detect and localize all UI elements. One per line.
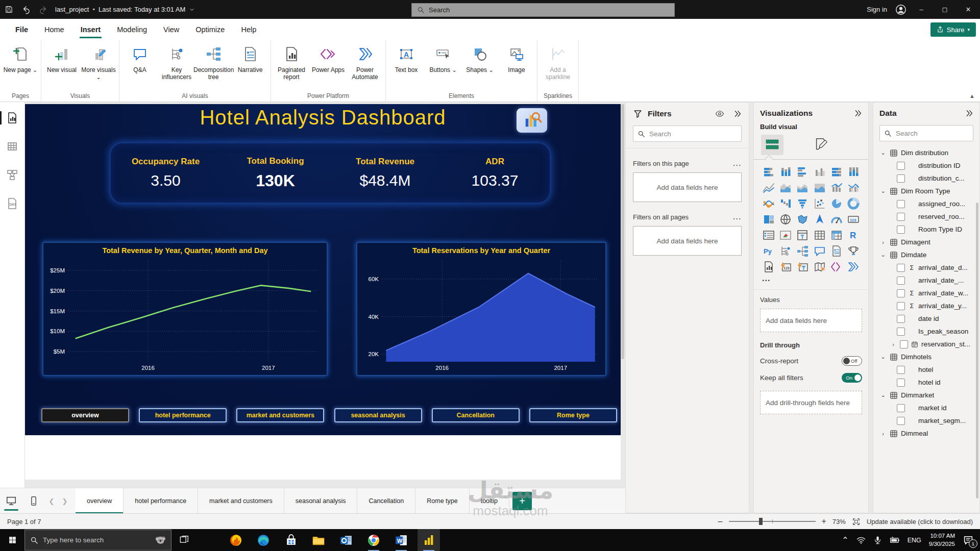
paginated-report-button[interactable]: Paginated report xyxy=(273,42,310,87)
chevron-down-icon[interactable]: ⌄ xyxy=(879,188,887,194)
pct-stacked-bar-chart-icon[interactable] xyxy=(830,166,843,178)
field-checkbox[interactable] xyxy=(897,328,905,336)
keep-all-filters-toggle[interactable]: On xyxy=(842,373,862,383)
quick-measure-filter-icon[interactable] xyxy=(796,261,809,273)
chevron-down-icon[interactable]: ⌄ xyxy=(879,149,887,156)
filter-dropzone[interactable]: Add data fields here xyxy=(633,226,742,256)
data-search-input[interactable]: Search xyxy=(879,125,973,141)
chevron-down-icon[interactable]: ⌄ xyxy=(879,354,887,360)
dax-query-view-button[interactable]: DAX xyxy=(0,195,25,212)
field-row-arrival-date-w-[interactable]: Σarrival_date_w... xyxy=(879,287,973,299)
power-apps-icon[interactable] xyxy=(830,261,843,273)
battery-icon[interactable] xyxy=(890,535,900,545)
kpi-card[interactable]: Occupancy Rate3.50 xyxy=(111,157,220,189)
new-page-button[interactable]: New page ⌄ xyxy=(2,42,39,87)
tray-chevron-up-icon[interactable]: ⌃ xyxy=(842,535,848,545)
field-row-room-type-id[interactable]: Room Type ID xyxy=(879,223,973,236)
page-tab-market-and-customers[interactable]: market and customers xyxy=(198,488,284,514)
field-checkbox[interactable] xyxy=(900,340,908,348)
reservations-area-chart[interactable]: Total Reservations by Year and Quarter 6… xyxy=(356,242,606,376)
field-checkbox[interactable] xyxy=(897,226,905,234)
more-visual-types[interactable]: ... xyxy=(762,274,862,283)
field-checkbox[interactable] xyxy=(897,277,905,285)
field-checkbox[interactable] xyxy=(897,302,905,310)
kpi-card[interactable]: Total Revenue$48.4M xyxy=(330,157,440,189)
field-row-hotel[interactable]: hotel xyxy=(879,363,973,376)
page-tab-rome-type[interactable]: Rome type xyxy=(415,488,469,514)
table-row-dimagent[interactable]: ›Dimagent xyxy=(879,236,973,248)
buttons-button[interactable]: Buttons ⌄ xyxy=(425,42,461,87)
next-page-arrow[interactable]: ❯ xyxy=(58,488,71,514)
power-apps-button[interactable]: Power Apps xyxy=(310,42,347,87)
clock[interactable]: 10:07 AM 9/30/2025 xyxy=(929,532,955,548)
r-script-icon[interactable]: R xyxy=(847,229,860,241)
page-tab-seasonal-analysis[interactable]: seasonal analysis xyxy=(284,488,358,514)
collapse-ribbon-icon[interactable]: ▲ xyxy=(969,93,975,99)
task-view-icon[interactable] xyxy=(172,529,196,551)
collapse-pane-icon[interactable] xyxy=(733,110,742,118)
edge-taskbar-icon[interactable] xyxy=(252,529,275,551)
project-title[interactable]: last_project • Last saved: Today at 3:01… xyxy=(55,6,195,13)
field-row-is-peak-season[interactable]: Is_peak_season xyxy=(879,325,973,338)
paginated-report-icon[interactable] xyxy=(762,261,775,273)
page-tab-cancellation[interactable]: Cancellation xyxy=(357,488,415,514)
filled-map-icon[interactable] xyxy=(796,213,809,226)
eye-icon[interactable] xyxy=(715,109,724,118)
power-automate-icon[interactable] xyxy=(847,261,860,273)
zoom-in-button[interactable]: + xyxy=(822,517,826,526)
pie-chart-icon[interactable] xyxy=(830,197,843,210)
pct-stacked-area-chart-icon[interactable] xyxy=(813,182,826,194)
desktop-view-button[interactable] xyxy=(0,488,22,514)
funnel-chart-icon[interactable] xyxy=(796,197,809,210)
slicer-icon[interactable] xyxy=(796,229,809,241)
pct-stacked-column-chart-icon[interactable] xyxy=(847,166,860,178)
chevron-right-icon[interactable]: › xyxy=(890,341,897,347)
search-highlight-koala-image[interactable]: 🐨 xyxy=(155,535,166,545)
power-automate-button[interactable]: Power Automate xyxy=(347,42,383,87)
explorer-taskbar-icon[interactable] xyxy=(307,529,330,551)
kpi-icon[interactable] xyxy=(779,229,792,241)
field-row-hotel-id[interactable]: hotel id xyxy=(879,376,973,389)
page-tab-overview[interactable]: overview xyxy=(76,488,124,514)
kpi-card-band[interactable]: Occupancy Rate3.50Total Booking130KTotal… xyxy=(109,142,551,204)
key-influencers-icon[interactable] xyxy=(779,245,792,257)
chevron-right-icon[interactable]: › xyxy=(879,431,887,437)
stacked-column-chart-icon[interactable] xyxy=(779,166,792,178)
zoom-slider[interactable] xyxy=(729,521,816,522)
more-options-icon[interactable]: ... xyxy=(733,213,742,221)
menu-tab-home[interactable]: Home xyxy=(36,19,72,40)
revenue-line-chart[interactable]: Total Revenue by Year, Quarter, Month an… xyxy=(42,242,328,376)
azure-map-icon[interactable] xyxy=(813,213,826,226)
text-box-button[interactable]: AText box xyxy=(388,42,425,87)
table-row-dimhotels[interactable]: ⌄Dimhotels xyxy=(879,350,973,363)
decomposition-tree-button[interactable]: Decomposition tree xyxy=(195,42,232,87)
update-available-link[interactable]: Update available (click to download) xyxy=(867,518,973,525)
data-pane-scrollbar[interactable] xyxy=(976,203,978,498)
chevron-right-icon[interactable]: › xyxy=(879,239,887,245)
more-visuals-button[interactable]: More visuals ⌄ xyxy=(80,42,117,87)
field-row-date-id[interactable]: date id xyxy=(879,312,973,325)
microphone-icon[interactable] xyxy=(873,536,882,544)
field-checkbox[interactable] xyxy=(897,264,905,272)
multirow-card-icon[interactable] xyxy=(762,229,775,241)
narrative-button[interactable]: Narrative xyxy=(232,42,268,87)
report-view-button[interactable] xyxy=(0,109,25,127)
format-visual-tab[interactable] xyxy=(810,135,832,155)
field-checkbox[interactable] xyxy=(897,200,905,208)
more-options-icon[interactable]: ... xyxy=(733,160,742,167)
new-page-tab-button[interactable]: + xyxy=(512,492,532,510)
titlebar-search-input[interactable]: Search xyxy=(411,3,675,17)
chevron-down-icon[interactable]: ⌄ xyxy=(879,252,887,258)
area-chart-icon[interactable] xyxy=(779,182,792,194)
field-row-reserved-roo-[interactable]: reserved_roo... xyxy=(879,210,973,223)
minimize-button[interactable]: – xyxy=(910,0,933,19)
zoom-out-button[interactable]: – xyxy=(718,517,723,526)
chevron-down-icon[interactable] xyxy=(189,7,195,13)
page-tab-hotel-performance[interactable]: hotel performance xyxy=(124,488,198,514)
treemap-icon[interactable] xyxy=(762,213,775,226)
filter-dropzone[interactable]: Add data fields here xyxy=(633,172,742,202)
taskbar-search-input[interactable]: Type here to search 🐨 xyxy=(24,530,172,550)
field-checkbox[interactable] xyxy=(897,404,905,412)
field-checkbox[interactable] xyxy=(897,315,905,323)
new-visual-button[interactable]: New visual xyxy=(43,42,80,87)
